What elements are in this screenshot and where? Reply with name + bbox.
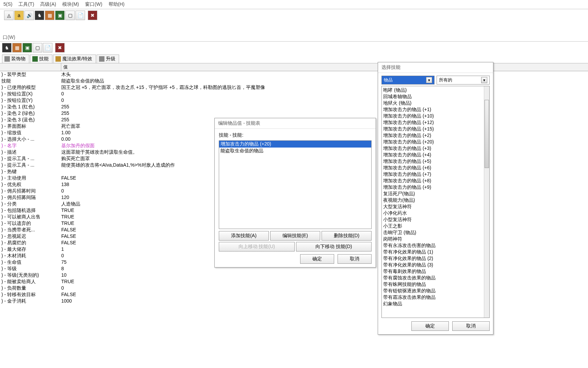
header-name (0, 63, 61, 71)
skill-filter-scope[interactable]: 所有的 ▼ (437, 76, 490, 85)
edit-list-item[interactable]: 能盗取生命值的物品 (219, 148, 371, 154)
toolbar-btn-3[interactable]: 🔊 (24, 11, 34, 20)
toolbar-btn-2[interactable]: a (14, 11, 24, 20)
property-row[interactable]: ) - 装甲类型木头 (1, 71, 588, 78)
edit-dialog-listbox[interactable]: 增加攻击力的物品 (+20)能盗取生命值的物品 (219, 140, 372, 229)
skill-list-item[interactable]: 增加攻击力的物品 (+7) (383, 171, 488, 178)
edit-ok-button[interactable]: 确定 (300, 254, 334, 264)
menu-item[interactable]: 工具(T) (18, 1, 34, 7)
toolbar-btn-1[interactable]: ◬ (4, 11, 14, 20)
toolbar2-btn-4[interactable]: ▢ (33, 43, 42, 52)
menu-item[interactable]: 5(S) (3, 1, 12, 7)
property-row[interactable]: ) - 负荷数量0 (1, 285, 588, 291)
skill-list-item[interactable]: 岗哨神符 (383, 236, 488, 242)
move-down-button[interactable]: 向下移动 技能(D) (296, 242, 372, 251)
edit-list-item[interactable]: 增加攻击力的物品 (+20) (219, 141, 371, 148)
toolbar2-btn-6[interactable]: ✖ (55, 43, 65, 52)
skill-list-item[interactable]: 回城卷轴物品 (383, 93, 488, 100)
toolbar-btn-8[interactable]: 📄 (76, 11, 85, 20)
skill-list-item[interactable]: 带有净化效果的物品 (3) (383, 262, 488, 268)
property-key: ) - 界面图标 (1, 123, 61, 129)
skill-list-item[interactable]: 带有链锁驱逐效果的物品 (383, 288, 488, 294)
move-up-button[interactable]: 向上移动 技能(U) (219, 242, 295, 251)
category-tab[interactable]: 技能 (30, 55, 52, 63)
property-key: ) - 能被卖给商人 (1, 278, 61, 285)
menu-item[interactable]: 窗口(W) (85, 1, 102, 7)
property-row[interactable]: ) - 按钮位置(X)0 (1, 91, 588, 97)
category-tab[interactable]: 装饰物 (2, 55, 29, 63)
toolbar-btn-5[interactable]: ▦ (45, 11, 54, 20)
skill-list-item[interactable]: 复活死尸(物品) (383, 190, 488, 197)
skill-list-item[interactable]: 带有净化效果的物品 (2) (383, 255, 488, 262)
property-row[interactable]: ) - 染色 2 (绿色)255 (1, 110, 588, 117)
skill-list-item[interactable]: 带有霜冻攻击效果的物品 (383, 294, 488, 301)
add-skill-button[interactable]: 添加技能(A) (219, 231, 269, 241)
skill-list-item[interactable]: 增加攻击力的物品 (+12) (383, 119, 488, 126)
skill-list-item[interactable]: 增加攻击力的物品 (+15) (383, 126, 488, 132)
tab-label: 升级 (106, 56, 115, 62)
skill-list-item[interactable]: 带有腐蚀攻击效果的物品 (383, 275, 488, 281)
skill-list-item[interactable]: 增加攻击力的物品 (+6) (383, 165, 488, 171)
skill-list-item[interactable]: 增加攻击力的物品 (+10) (383, 113, 488, 119)
category-tab[interactable]: 魔法效果/特效 (53, 55, 96, 63)
skill-filter-category[interactable]: 物品 ▼ (381, 76, 435, 85)
skill-list-item[interactable]: 增加攻击力的物品 (+5) (383, 158, 488, 165)
skill-list-item[interactable]: 增加攻击力的物品 (+20) (383, 139, 488, 145)
skill-list-item[interactable]: 带有毒刺效果的物品 (383, 268, 488, 275)
property-row[interactable]: ) - 金子消耗1000 (1, 298, 588, 304)
skill-list-item[interactable]: 小型复活神符 (383, 216, 488, 223)
skill-list-item[interactable]: 增加攻击力的物品 (+2) (383, 132, 488, 139)
property-key: ) - 忽视延迟 (1, 233, 61, 240)
second-toolbar: ♞ ▦ ▣ ▢ 📄 ✖ (0, 41, 588, 54)
skill-list-item[interactable]: 增加攻击力的物品 (+9) (383, 184, 488, 190)
property-row[interactable]: ) - 转移有效目标FALSE (1, 291, 588, 298)
property-value: 0 (61, 97, 588, 104)
property-key: ) - 等级 (1, 265, 61, 272)
edit-skill-button[interactable]: 编辑技能(E) (270, 231, 320, 241)
scrollbar-thumb[interactable] (485, 100, 489, 168)
skill-list-item[interactable]: 咆哮 (物品) (383, 87, 488, 93)
menu-item[interactable]: 高级(A) (40, 1, 56, 7)
delete-skill-button[interactable]: 删除技能(D) (322, 231, 372, 241)
skill-list-item[interactable]: 幻象物品 (383, 301, 488, 307)
skill-list-item[interactable]: 夜视能力(物品) (383, 197, 488, 203)
skill-list-item[interactable]: 带有蛛网技能的物品 (383, 281, 488, 288)
skill-list-item[interactable]: 增加攻击力的物品 (+1) (383, 106, 488, 113)
skill-list-item[interactable]: 增加攻击力的物品 (+4) (383, 152, 488, 158)
toolbar-btn-9[interactable]: ✖ (88, 11, 97, 20)
category-tab[interactable]: 升级 (97, 55, 119, 63)
property-value: FALSE (61, 291, 588, 298)
menu-item[interactable]: 模块(M) (62, 1, 79, 7)
toolbar-btn-6[interactable]: ▣ (55, 11, 65, 20)
skill-list-item[interactable]: 小净化药水 (383, 210, 488, 216)
property-row[interactable]: ) - 按钮位置(Y)0 (1, 97, 588, 104)
skill-ok-button[interactable]: 确定 (411, 321, 449, 331)
main-menubar[interactable]: 5(S)工具(T)高级(A)模块(M)窗口(W)帮助(H) (0, 0, 588, 9)
property-row[interactable]: 技能能盗取生命值的物品 (1, 78, 588, 84)
property-row[interactable]: ) - 等级(无类别的)10 (1, 272, 588, 278)
property-key: ) - 缩放值 (1, 129, 61, 136)
toolbar-btn-4[interactable]: ♞ (35, 11, 44, 20)
skill-list-item[interactable]: 击晌守卫 (物品) (383, 229, 488, 236)
property-row[interactable]: ) - 已使用的模型国王之冠 +5，死亡面罩，攻击之爪 +15，守护指环 +5，… (1, 84, 588, 91)
toolbar2-btn-3[interactable]: ▣ (22, 43, 32, 52)
skill-list-item[interactable]: 大型复活神符 (383, 203, 488, 210)
property-row[interactable]: ) - 染色 1 (红色)255 (1, 104, 588, 110)
toolbar2-btn-2[interactable]: ▦ (12, 43, 22, 52)
skill-listbox[interactable]: 咆哮 (物品)回城卷轴物品地狱火 (物品)增加攻击力的物品 (+1)增加攻击力的… (381, 86, 490, 318)
toolbar-btn-7[interactable]: ▢ (65, 11, 75, 20)
skill-list-item[interactable]: 增加攻击力的物品 (+8) (383, 178, 488, 184)
property-key: ) - 提示工具 - ... (1, 162, 61, 168)
menu-item[interactable]: 帮助(H) (109, 1, 125, 7)
skill-list-item[interactable]: 增加攻击力的物品 (+3) (383, 145, 488, 152)
skill-list-item[interactable]: 地狱火 (物品) (383, 100, 488, 106)
toolbar2-btn-1[interactable]: ♞ (2, 43, 12, 52)
property-row[interactable]: ) - 能被卖给商人TRUE (1, 278, 588, 285)
toolbar2-btn-5[interactable]: 📄 (43, 43, 52, 52)
skill-cancel-button[interactable]: 取消 (452, 321, 490, 331)
edit-cancel-button[interactable]: 取消 (338, 254, 372, 264)
scrollbar[interactable] (484, 86, 489, 318)
skill-list-item[interactable]: 带有永冻攻击伤害的物品 (383, 242, 488, 249)
skill-list-item[interactable]: 小王之影 (383, 223, 488, 229)
skill-list-item[interactable]: 带有净化效果的物品 (1) (383, 249, 488, 255)
